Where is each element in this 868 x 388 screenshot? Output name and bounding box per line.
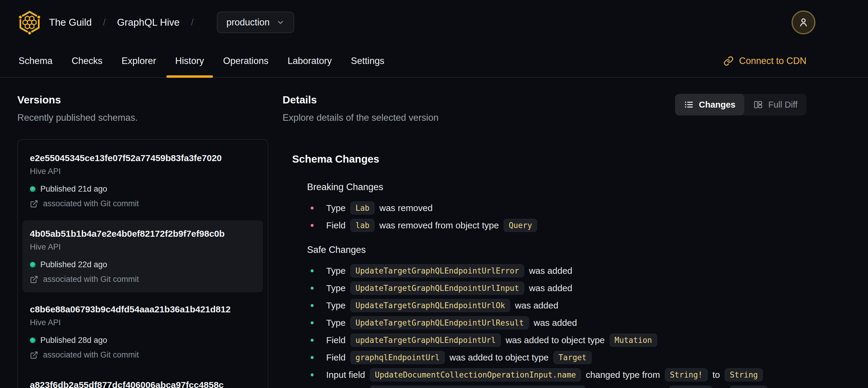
- bullet-icon: [311, 269, 314, 272]
- code-chip: updateTargetGraphQLEndpointUrl: [350, 334, 501, 347]
- change-text: Field: [326, 335, 346, 345]
- nav-tab-settings[interactable]: Settings: [342, 45, 393, 77]
- link-icon: [723, 56, 734, 66]
- bullet-icon: [311, 287, 314, 290]
- version-service-name: Hive API: [30, 318, 256, 327]
- change-text: was removed from object type: [379, 220, 499, 231]
- top-bar: The Guild / GraphQL Hive / production: [0, 0, 868, 45]
- git-association-text: associated with Git commit: [43, 199, 139, 208]
- schema-changes-title: Schema Changes: [292, 153, 806, 165]
- user-icon: [798, 17, 809, 28]
- bullet-icon: [311, 321, 314, 324]
- change-list: TypeUpdateTargetGraphQLEndpointUrlErrorw…: [307, 264, 806, 388]
- code-chip: String: [730, 386, 768, 388]
- external-link-icon: [30, 275, 38, 284]
- breadcrumb-project[interactable]: GraphQL Hive: [117, 17, 180, 28]
- version-hash: e2e55045345ce13fe07f52a77459b83fa3fe7020: [30, 153, 256, 163]
- version-published-text: Published 28d ago: [40, 336, 107, 345]
- bullet-icon: [311, 207, 314, 210]
- change-text: was added: [529, 266, 572, 276]
- change-text: was added: [529, 283, 572, 293]
- nav-tab-schema[interactable]: Schema: [9, 45, 62, 77]
- version-list-item[interactable]: c8b6e88a06793b9c4dfd54aaa21b36a1b421d812…: [23, 296, 263, 368]
- hive-logo-icon[interactable]: [17, 10, 42, 35]
- version-service-name: Hive API: [30, 167, 256, 176]
- change-text: was added to object type: [450, 352, 549, 363]
- code-chip: UpdateTargetGraphQLEndpointUrlError: [350, 264, 524, 277]
- code-chip: Target: [554, 351, 592, 364]
- version-git-commit-link[interactable]: associated with Git commit: [30, 350, 256, 360]
- change-text: was added: [534, 318, 577, 328]
- breaking-changes-section: Breaking Changes TypeLabwas removed Fiel…: [307, 182, 806, 232]
- change-list: TypeLabwas removed Fieldlabwas removed f…: [307, 202, 806, 232]
- nav-tab-checks[interactable]: Checks: [63, 45, 112, 77]
- target-selector-dropdown[interactable]: production: [217, 12, 294, 33]
- breadcrumb: The Guild / GraphQL Hive /: [49, 17, 205, 28]
- schema-change-item: Input fieldUpdateDocumentCollectionOpera…: [311, 368, 806, 381]
- nav-tab-history[interactable]: History: [166, 45, 213, 77]
- code-chip: lab: [350, 219, 375, 232]
- details-title: Details: [283, 94, 438, 106]
- schema-changes: Schema Changes Breaking Changes TypeLabw…: [283, 153, 806, 388]
- bullet-icon: [311, 339, 314, 342]
- change-text: Input field: [326, 370, 365, 380]
- change-text: was added to object type: [506, 335, 605, 345]
- code-chip: UpdateDocumentCollectionOperationInput.q…: [370, 386, 586, 388]
- view-toggle-label: Changes: [699, 100, 735, 110]
- details-subtitle: Explore details of the selected version: [283, 112, 438, 123]
- version-list: e2e55045345ce13fe07f52a77459b83fa3fe7020…: [17, 139, 268, 388]
- list-icon: [684, 100, 693, 110]
- safe-changes-section: Safe Changes TypeUpdateTargetGraphQLEndp…: [307, 244, 806, 388]
- nav-tab-explorer[interactable]: Explorer: [113, 45, 165, 77]
- published-status-dot: [30, 186, 35, 192]
- bullet-icon: [311, 374, 314, 376]
- connect-to-cdn-link[interactable]: Connect to CDN: [723, 45, 806, 77]
- details-panel: Details Explore details of the selected …: [283, 94, 806, 388]
- git-association-text: associated with Git commit: [43, 350, 139, 360]
- code-chip: String!: [665, 368, 708, 381]
- view-toggle: Changes Full Diff: [675, 94, 806, 115]
- versions-title: Versions: [17, 94, 268, 106]
- bullet-icon: [311, 224, 314, 227]
- published-status-dot: [30, 262, 35, 268]
- code-chip: UpdateTargetGraphQLEndpointUrlResult: [350, 316, 529, 329]
- change-section-title: Breaking Changes: [307, 182, 806, 192]
- user-avatar-button[interactable]: [792, 10, 815, 34]
- version-git-commit-link[interactable]: associated with Git commit: [30, 275, 256, 284]
- version-list-item[interactable]: 4b05ab51b1b4a7e2e4b0ef82172f2b9f7ef98c0b…: [23, 220, 263, 292]
- code-chip: Query: [504, 219, 537, 232]
- schema-change-item: TypeUpdateTargetGraphQLEndpointUrlInputw…: [311, 281, 806, 295]
- schema-change-item: FieldupdateTargetGraphQLEndpointUrlwas a…: [311, 334, 806, 347]
- schema-change-item: TypeUpdateTargetGraphQLEndpointUrlErrorw…: [311, 264, 806, 277]
- bullet-icon: [311, 304, 314, 307]
- change-text: was added: [515, 300, 558, 310]
- version-hash: c8b6e88a06793b9c4dfd54aaa21b36a1b421d812: [30, 304, 256, 315]
- schema-change-item: FieldgraphqlEndpointUrlwas added to obje…: [311, 351, 806, 364]
- change-text: was removed: [379, 203, 433, 213]
- schema-change-item: TypeUpdateTargetGraphQLEndpointUrlResult…: [311, 316, 806, 329]
- version-hash: a823f6db2a55df877dcf406006abca97fcc4858c: [30, 380, 256, 388]
- schema-change-item: TypeUpdateTargetGraphQLEndpointUrlOkwas …: [311, 299, 806, 312]
- breadcrumb-org[interactable]: The Guild: [49, 17, 92, 28]
- code-chip: Mutation: [610, 334, 657, 347]
- change-text: Type: [326, 283, 346, 293]
- code-chip: graphqlEndpointUrl: [350, 351, 445, 364]
- version-list-item[interactable]: e2e55045345ce13fe07f52a77459b83fa3fe7020…: [23, 145, 263, 217]
- code-chip: UpdateTargetGraphQLEndpointUrlInput: [350, 281, 524, 295]
- nav-tab-operations[interactable]: Operations: [214, 45, 278, 77]
- change-text: to: [712, 370, 720, 380]
- bullet-icon: [311, 356, 314, 359]
- change-text: Field: [326, 220, 346, 231]
- nav-tab-laboratory[interactable]: Laboratory: [279, 45, 341, 77]
- view-toggle-full-diff[interactable]: Full Diff: [744, 94, 806, 115]
- version-list-item[interactable]: a823f6db2a55df877dcf406006abca97fcc4858c…: [23, 371, 263, 388]
- version-published-row: Published 21d ago: [30, 184, 256, 194]
- target-selector-value: production: [226, 17, 270, 28]
- schema-change-item: Fieldlabwas removed from object typeQuer…: [311, 219, 806, 232]
- schema-change-item: Input fieldUpdateDocumentCollectionOpera…: [311, 386, 806, 388]
- columns-icon: [753, 100, 763, 110]
- change-text: changed type from: [586, 370, 660, 380]
- external-link-icon: [30, 200, 38, 208]
- version-git-commit-link[interactable]: associated with Git commit: [30, 199, 256, 208]
- view-toggle-changes[interactable]: Changes: [675, 94, 744, 115]
